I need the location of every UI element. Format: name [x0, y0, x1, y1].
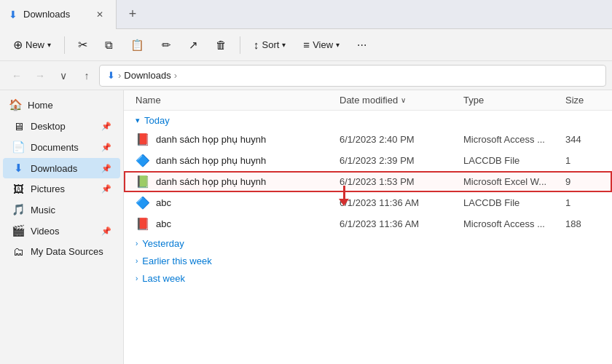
sidebar-documents-label: Documents	[31, 142, 95, 153]
view-button[interactable]: ≡ View ▾	[296, 35, 347, 55]
tab-download-icon: ⬇	[9, 9, 17, 20]
downloads-icon: ⬇	[12, 162, 25, 175]
file-row-highlighted[interactable]: 📗 danh sách họp phụ huynh 6/1/2023 1:53 …	[124, 171, 612, 192]
up-button[interactable]: ↑	[76, 65, 98, 87]
file-size: 1	[565, 197, 600, 208]
cut-button[interactable]: ✂	[71, 34, 95, 55]
tab-title: Downloads	[23, 9, 87, 20]
file-icon-laccdb-1: 🔷	[136, 154, 150, 167]
earlier-this-week-label: Earlier this week	[142, 256, 211, 266]
rename-button[interactable]: ✏	[154, 35, 178, 55]
videos-icon: 🎬	[12, 224, 25, 237]
sort-button[interactable]: ↕ Sort ▾	[246, 35, 293, 55]
new-tab-button[interactable]: +	[119, 1, 146, 28]
file-icon-access-1: 📕	[136, 132, 150, 146]
sidebar-item-music[interactable]: 🎵 Music	[3, 199, 120, 220]
file-type: LACCDB File	[463, 197, 565, 208]
sidebar-home-label: Home	[28, 100, 111, 111]
col-header-name: Name	[136, 95, 340, 106]
view-chevron-icon: ▾	[336, 41, 340, 49]
sidebar-music-label: Music	[31, 205, 111, 215]
pictures-pin-icon: 📌	[101, 184, 111, 194]
file-icon-excel: 📗	[136, 175, 150, 189]
breadcrumb[interactable]: ⬇ › Downloads ›	[99, 65, 606, 87]
sort-icon: ↕	[254, 39, 259, 51]
file-row[interactable]: 📕 danh sách họp phụ huynh 6/1/2023 2:40 …	[124, 129, 612, 150]
forward-icon: →	[35, 70, 45, 82]
paste-icon: 📋	[130, 39, 144, 52]
new-chevron-icon: ▾	[47, 41, 51, 49]
sidebar-my-data-sources-label: My Data Sources	[31, 246, 111, 257]
file-type: Microsoft Access ...	[463, 134, 565, 145]
documents-icon: 📄	[12, 141, 25, 154]
paste-button[interactable]: 📋	[123, 35, 152, 55]
today-group-label: Today	[144, 115, 170, 126]
sidebar-item-videos[interactable]: 🎬 Videos 📌	[3, 221, 120, 241]
file-date: 6/1/2023 11:36 AM	[340, 218, 463, 229]
sidebar-item-my-data-sources[interactable]: 🗂 My Data Sources	[3, 242, 120, 261]
more-button[interactable]: ···	[350, 35, 374, 55]
toolbar-separator-2	[240, 36, 240, 54]
sidebar-item-pictures[interactable]: 🖼 Pictures 📌	[3, 179, 120, 199]
date-sort-icon: ∨	[401, 96, 406, 104]
sidebar-desktop-label: Desktop	[31, 121, 95, 132]
tab-close-button[interactable]: ✕	[93, 7, 107, 22]
delete-icon: 🗑	[216, 39, 227, 51]
desktop-pin-icon: 📌	[101, 122, 111, 131]
file-name: danh sách họp phụ huynh	[156, 134, 266, 145]
file-row[interactable]: 🔷 abc 6/1/2023 11:36 AM LACCDB File 1	[124, 192, 612, 213]
back-button[interactable]: ←	[6, 65, 28, 87]
recent-locations-button[interactable]: ∨	[52, 65, 74, 87]
group-last-week[interactable]: › Last week	[124, 269, 612, 287]
file-name: abc	[156, 197, 171, 208]
col-header-date-modified[interactable]: Date modified ∨	[340, 95, 463, 106]
pictures-icon: 🖼	[12, 183, 25, 195]
yesterday-arrow: ›	[136, 240, 138, 248]
my-data-sources-icon: 🗂	[12, 245, 25, 258]
copy-icon: ⧉	[105, 39, 113, 52]
downloads-tab[interactable]: ⬇ Downloads ✕	[0, 0, 117, 29]
share-icon: ↗	[189, 39, 198, 52]
sidebar-item-home[interactable]: 🏠 Home	[3, 94, 120, 116]
main-layout: 🏠 Home 🖥 Desktop 📌 📄 Documents 📌 ⬇ Downl…	[0, 90, 612, 364]
new-label: New	[26, 39, 44, 50]
delete-button[interactable]: 🗑	[208, 35, 234, 55]
sidebar-item-downloads[interactable]: ⬇ Downloads 📌	[3, 158, 120, 178]
videos-pin-icon: 📌	[101, 226, 111, 236]
file-list-header: Name Date modified ∨ Type Size	[124, 90, 612, 111]
downloads-pin-icon: 📌	[101, 164, 111, 173]
sort-chevron-icon: ▾	[282, 41, 286, 49]
group-earlier-this-week[interactable]: › Earlier this week	[124, 252, 612, 269]
sidebar-downloads-label: Downloads	[31, 163, 95, 174]
file-type: LACCDB File	[463, 155, 565, 166]
earlier-this-week-arrow: ›	[136, 257, 138, 265]
file-date: 6/1/2023 1:53 PM	[340, 176, 463, 187]
toolbar-separator-1	[64, 36, 65, 54]
file-icon-laccdb-2: 🔷	[136, 196, 150, 210]
new-icon: ⊕	[13, 38, 23, 52]
file-size: 1	[565, 155, 600, 166]
recent-locations-icon: ∨	[60, 70, 67, 82]
file-row[interactable]: 📕 abc 6/1/2023 11:36 AM Microsoft Access…	[124, 213, 612, 234]
forward-button[interactable]: →	[29, 65, 51, 87]
col-header-size: Size	[565, 95, 600, 106]
group-yesterday[interactable]: › Yesterday	[124, 234, 612, 252]
copy-button[interactable]: ⧉	[98, 35, 120, 55]
file-name: abc	[156, 218, 171, 229]
new-button[interactable]: ⊕ New ▾	[6, 34, 58, 55]
file-date: 6/1/2023 11:36 AM	[340, 197, 463, 208]
rename-icon: ✏	[162, 39, 171, 52]
group-today[interactable]: ▾ Today	[124, 111, 612, 129]
more-icon: ···	[357, 39, 366, 52]
breadcrumb-separator-1: ›	[118, 70, 121, 81]
file-size: 9	[565, 176, 600, 187]
toolbar: ⊕ New ▾ ✂ ⧉ 📋 ✏ ↗ 🗑 ↕ Sort ▾ ≡ View ▾ ··…	[0, 29, 612, 61]
back-icon: ←	[12, 70, 22, 82]
share-button[interactable]: ↗	[181, 35, 205, 55]
titlebar: ⬇ Downloads ✕ +	[0, 0, 612, 29]
sidebar-item-desktop[interactable]: 🖥 Desktop 📌	[3, 116, 120, 136]
file-size: 344	[565, 134, 600, 145]
file-row[interactable]: 🔷 danh sách họp phụ huynh 6/1/2023 2:39 …	[124, 150, 612, 171]
file-date: 6/1/2023 2:39 PM	[340, 155, 463, 166]
sidebar-item-documents[interactable]: 📄 Documents 📌	[3, 137, 120, 157]
